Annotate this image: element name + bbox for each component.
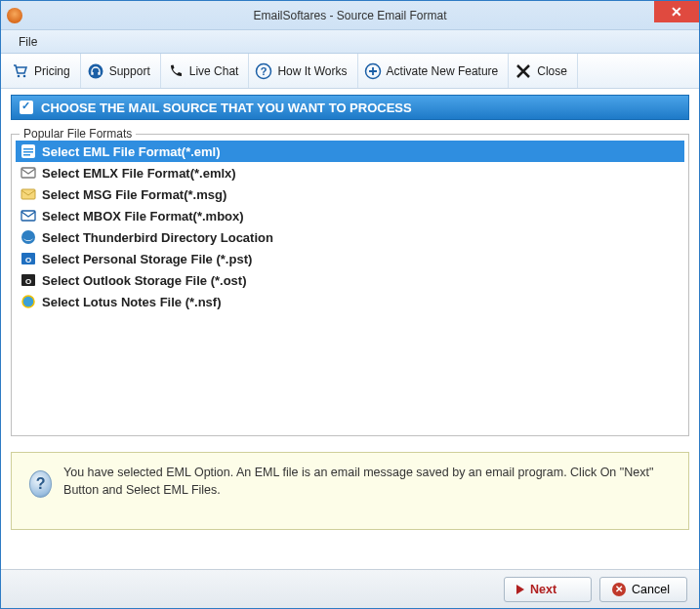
svg-text:?: ? bbox=[261, 65, 268, 77]
toolbar-howitworks-button[interactable]: ? How It Works bbox=[249, 54, 357, 88]
section-header: CHOOSE THE MAIL SOURCE THAT YOU WANT TO … bbox=[11, 95, 689, 120]
toolbar-activate-label: Activate New Feature bbox=[387, 64, 499, 78]
window-title: EmailSoftares - Source Email Format bbox=[1, 9, 699, 22]
mbox-icon bbox=[21, 208, 36, 223]
svg-point-2 bbox=[88, 63, 103, 78]
cancel-x-icon: ✕ bbox=[612, 583, 626, 596]
window-close-button[interactable]: ✕ bbox=[654, 1, 699, 22]
format-option-nsf[interactable]: Select Lotus Notes File (*.nsf) bbox=[16, 291, 684, 312]
svg-rect-12 bbox=[21, 211, 35, 221]
footer: Next ✕ Cancel bbox=[1, 569, 699, 608]
toolbar-livechat-label: Live Chat bbox=[189, 64, 239, 78]
titlebar: EmailSoftares - Source Email Format ✕ bbox=[1, 1, 699, 30]
svg-text:O: O bbox=[25, 256, 31, 264]
groupbox-legend: Popular File Formats bbox=[20, 127, 136, 141]
toolbar-livechat-button[interactable]: Live Chat bbox=[161, 54, 250, 88]
next-button-label: Next bbox=[530, 583, 556, 596]
nsf-icon bbox=[21, 294, 36, 309]
toolbar-pricing-label: Pricing bbox=[34, 64, 70, 78]
emlx-icon bbox=[21, 165, 36, 181]
cancel-button-label: Cancel bbox=[632, 583, 670, 596]
formats-groupbox: Popular File Formats Select EML File For… bbox=[11, 134, 689, 436]
format-option-label: Select MBOX File Format(*.mbox) bbox=[42, 209, 244, 223]
main-area: Popular File Formats Select EML File For… bbox=[11, 130, 689, 559]
svg-rect-11 bbox=[21, 189, 35, 199]
format-list: Select EML File Format(*.eml)Select EMLX… bbox=[16, 141, 684, 312]
next-button[interactable]: Next bbox=[504, 577, 592, 602]
format-option-emlx[interactable]: Select EMLX File Format(*.emlx) bbox=[16, 162, 684, 183]
svg-point-13 bbox=[21, 230, 35, 244]
format-option-ost[interactable]: OSelect Outlook Storage File (*.ost) bbox=[16, 269, 684, 291]
format-option-label: Select Lotus Notes File (*.nsf) bbox=[42, 295, 221, 309]
app-window: EmailSoftares - Source Email Format ✕ Fi… bbox=[0, 0, 700, 609]
info-question-icon: ? bbox=[29, 470, 52, 498]
toolbar-close-button[interactable]: Close bbox=[509, 54, 578, 88]
toolbar: Pricing Support Live Chat ? How It Works… bbox=[1, 54, 699, 89]
pst-icon: O bbox=[21, 251, 36, 266]
format-option-label: Select MSG File Format(*.msg) bbox=[42, 187, 226, 202]
arrow-right-icon bbox=[516, 585, 524, 594]
toolbar-pricing-button[interactable]: Pricing bbox=[6, 54, 81, 88]
menubar: File bbox=[1, 30, 699, 54]
format-option-label: Select Personal Storage File (*.pst) bbox=[42, 252, 252, 266]
section-header-title: CHOOSE THE MAIL SOURCE THAT YOU WANT TO … bbox=[41, 101, 412, 115]
cart-icon bbox=[12, 62, 29, 80]
format-option-msg[interactable]: Select MSG File Format(*.msg) bbox=[16, 183, 684, 205]
toolbar-support-label: Support bbox=[109, 64, 150, 78]
toolbar-howitworks-label: How It Works bbox=[277, 64, 347, 78]
svg-text:O: O bbox=[25, 277, 31, 286]
thunderbird-icon bbox=[21, 229, 36, 245]
phone-icon bbox=[167, 62, 185, 80]
format-option-label: Select EMLX File Format(*.emlx) bbox=[42, 166, 236, 181]
menu-file[interactable]: File bbox=[11, 32, 45, 52]
question-icon: ? bbox=[255, 62, 272, 80]
format-option-pst[interactable]: OSelect Personal Storage File (*.pst) bbox=[16, 248, 684, 269]
svg-rect-7 bbox=[23, 148, 33, 150]
format-option-label: Select EML File Format(*.eml) bbox=[42, 144, 221, 159]
toolbar-activate-button[interactable]: Activate New Feature bbox=[358, 54, 510, 88]
cancel-button[interactable]: ✕ Cancel bbox=[599, 577, 687, 602]
ost-icon: O bbox=[21, 272, 36, 288]
svg-rect-8 bbox=[23, 151, 33, 153]
check-icon bbox=[20, 101, 33, 114]
info-text: You have selected EML Option. An EML fil… bbox=[63, 465, 671, 499]
app-icon bbox=[7, 8, 22, 23]
svg-rect-9 bbox=[23, 154, 30, 156]
headset-icon bbox=[87, 62, 104, 80]
msg-icon bbox=[21, 186, 36, 202]
close-x-icon bbox=[515, 62, 532, 80]
eml-icon bbox=[21, 143, 36, 159]
toolbar-close-label: Close bbox=[537, 64, 567, 78]
svg-point-0 bbox=[18, 74, 21, 77]
plus-circle-icon bbox=[364, 62, 382, 80]
format-option-thunderbird[interactable]: Select Thunderbird Directory Location bbox=[16, 226, 684, 248]
format-option-label: Select Thunderbird Directory Location bbox=[42, 230, 273, 245]
format-option-label: Select Outlook Storage File (*.ost) bbox=[42, 273, 246, 288]
svg-point-1 bbox=[23, 74, 26, 77]
info-box: ? You have selected EML Option. An EML f… bbox=[11, 452, 689, 530]
toolbar-support-button[interactable]: Support bbox=[81, 54, 161, 88]
format-option-eml[interactable]: Select EML File Format(*.eml) bbox=[16, 141, 684, 162]
svg-rect-10 bbox=[21, 168, 35, 178]
format-option-mbox[interactable]: Select MBOX File Format(*.mbox) bbox=[16, 205, 684, 226]
